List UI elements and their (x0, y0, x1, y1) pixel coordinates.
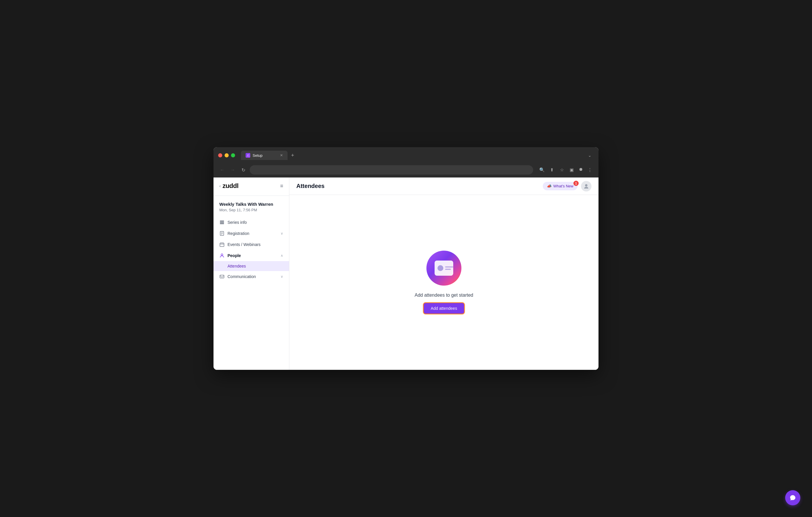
app-body: ‹ zuddl ≡ Weekly Talks With Warren Mon, … (213, 178, 599, 370)
events-icon (219, 242, 225, 247)
share-icon[interactable]: ⬆ (548, 166, 556, 174)
main-content: Attendees 📣 What's New 1 (289, 178, 599, 370)
add-attendees-button[interactable]: Add attendees (423, 303, 465, 314)
svg-rect-2 (220, 223, 224, 224)
attendee-lines-shape (445, 266, 453, 270)
registration-icon (219, 231, 225, 236)
events-label: Events / Webinars (228, 242, 283, 247)
traffic-light-green[interactable] (231, 153, 235, 157)
reload-button[interactable]: ↻ (239, 166, 247, 174)
header-actions: 📣 What's New 1 (543, 181, 591, 191)
communication-chevron-icon: ∨ (281, 275, 283, 279)
browser-nav-icons: 🔍 ⬆ ☆ ▣ ⏺ ⋮ (538, 166, 594, 174)
more-menu-icon[interactable]: ⋮ (586, 166, 594, 174)
event-name: Weekly Talks With Warren (213, 198, 289, 208)
sidebar-item-registration[interactable]: Registration ∨ (213, 228, 289, 239)
sidebar-logo-area: ‹ zuddl ≡ (213, 182, 289, 196)
series-info-label: Series info (228, 220, 283, 225)
attendee-card-icon (435, 261, 453, 276)
people-chevron-icon: ∧ (281, 253, 283, 257)
notification-badge: 1 (573, 181, 579, 186)
back-arrow-icon: ‹ (219, 184, 221, 188)
sidebar-item-people[interactable]: People ∧ (213, 250, 289, 261)
sidebar-item-series-info[interactable]: Series info (213, 217, 289, 228)
svg-rect-12 (220, 275, 224, 278)
chat-bubble-button[interactable] (785, 490, 800, 505)
communication-label: Communication (228, 274, 278, 279)
page-title: Attendees (296, 183, 325, 189)
page-header: Attendees 📣 What's New 1 (289, 178, 599, 195)
browser-nav-row: ← → ↻ 🔍 ⬆ ☆ ▣ ⏺ ⋮ (218, 163, 594, 178)
svg-point-11 (221, 254, 223, 255)
browser-menu-icon[interactable]: ⌄ (586, 151, 594, 159)
user-avatar-button[interactable] (581, 181, 591, 191)
megaphone-icon: 📣 (547, 184, 552, 188)
registration-chevron-icon: ∨ (281, 232, 283, 236)
event-date: Mon, Sep 11, 7:56 PM (213, 208, 289, 217)
tab-title: Setup (253, 153, 262, 158)
traffic-lights (218, 153, 235, 157)
series-info-icon (219, 220, 225, 225)
svg-rect-0 (220, 221, 224, 221)
app-logo: zuddl (223, 182, 239, 190)
traffic-light-yellow[interactable] (225, 153, 229, 157)
sidebar: ‹ zuddl ≡ Weekly Talks With Warren Mon, … (213, 178, 289, 370)
people-icon (219, 253, 225, 258)
registration-label: Registration (228, 231, 278, 236)
browser-tab-active[interactable]: Z Setup ✕ (241, 151, 288, 160)
tab-close-button[interactable]: ✕ (280, 154, 283, 157)
browser-titlebar: Z Setup ✕ + ⌄ ← → ↻ 🔍 ⬆ ☆ ▣ ⏺ ⋮ (213, 147, 599, 178)
address-bar[interactable] (250, 165, 533, 175)
hamburger-menu-button[interactable]: ≡ (280, 183, 283, 189)
attendee-avatar-shape (437, 265, 443, 271)
split-view-icon[interactable]: ▣ (568, 166, 576, 174)
people-label: People (228, 253, 278, 258)
empty-state: Add attendees to get started Add attende… (289, 195, 599, 370)
svg-point-13 (585, 184, 587, 186)
browser-tabs-row: Z Setup ✕ + ⌄ (218, 151, 594, 160)
bookmark-icon[interactable]: ☆ (558, 166, 566, 174)
empty-state-illustration (427, 251, 461, 285)
whats-new-button[interactable]: 📣 What's New 1 (543, 182, 578, 190)
svg-rect-7 (220, 243, 224, 247)
logo-back-link[interactable]: ‹ zuddl (219, 182, 239, 190)
attendees-label: Attendees (228, 264, 246, 268)
sidebar-item-communication[interactable]: Communication ∨ (213, 271, 289, 282)
sidebar-subitem-attendees[interactable]: Attendees (213, 261, 289, 271)
record-icon[interactable]: ⏺ (578, 166, 584, 172)
browser-window: Z Setup ✕ + ⌄ ← → ↻ 🔍 ⬆ ☆ ▣ ⏺ ⋮ (213, 147, 599, 370)
svg-rect-1 (220, 222, 224, 223)
traffic-light-red[interactable] (218, 153, 222, 157)
back-button[interactable]: ← (218, 166, 226, 174)
new-tab-button[interactable]: + (291, 152, 294, 158)
communication-icon (219, 274, 225, 279)
sidebar-item-events[interactable]: Events / Webinars (213, 239, 289, 250)
whats-new-label: What's New (553, 184, 573, 188)
attendee-line-1 (445, 266, 453, 268)
attendee-line-2 (445, 269, 451, 270)
search-icon[interactable]: 🔍 (538, 166, 546, 174)
forward-button[interactable]: → (229, 166, 237, 174)
sidebar-nav: Series info Registration ∨ Events / Webi… (213, 217, 289, 365)
empty-state-text: Add attendees to get started (414, 293, 473, 298)
tab-favicon: Z (245, 153, 250, 158)
